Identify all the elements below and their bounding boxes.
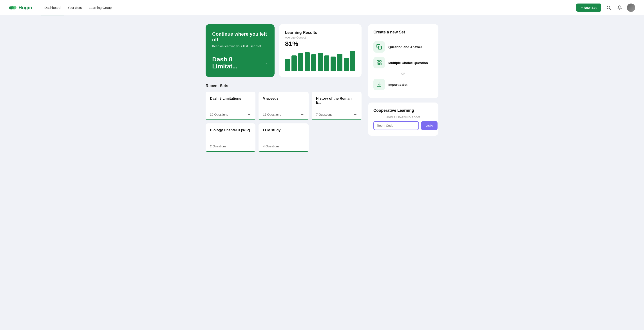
bar-item [324, 55, 330, 71]
nav-links: Dashboard Your Sets Learning Group [41, 0, 576, 16]
svg-line-4 [610, 9, 610, 10]
results-avg-label: Average Correct: [285, 36, 356, 39]
top-cards: Continue where you left off Keep on lear… [206, 24, 362, 77]
copy-icon [376, 44, 382, 50]
left-column: Continue where you left off Keep on lear… [206, 24, 362, 152]
sets-row-2: Biology Chapter 3 [WIP] 2 Questions → LL… [206, 123, 362, 152]
grid-icon [376, 60, 382, 66]
set-count-dash8: 39 Questions [210, 113, 228, 116]
join-row: Join [374, 121, 433, 130]
set-count-vspeeds: 17 Questions [263, 113, 281, 116]
coop-title: Cooperative Learning [374, 108, 433, 113]
logo[interactable]: Hugin [9, 5, 32, 11]
bar-chart [285, 51, 356, 71]
create-set-title: Create a new Set [374, 30, 433, 35]
nav-link-dashboard[interactable]: Dashboard [41, 0, 64, 16]
results-percentage: 81% [285, 40, 356, 48]
set-card-dash8[interactable]: Dash 8 Limitations 39 Questions → [206, 92, 256, 120]
bar-item [337, 54, 342, 71]
qa-option[interactable]: Question and Answer [374, 39, 433, 55]
svg-point-2 [10, 6, 12, 7]
set-title-vspeeds: V speeds [263, 97, 304, 101]
continue-subtitle: Keep on learning your last used Set [212, 44, 268, 48]
set-card-roman[interactable]: History of the Roman E... 7 Questions → [312, 92, 362, 120]
recent-sets-title: Recent Sets [206, 84, 362, 88]
or-divider: OR [374, 72, 433, 75]
search-icon [606, 5, 611, 10]
set-arrow-bio: → [247, 144, 251, 148]
bar-item [298, 53, 303, 71]
download-icon [376, 82, 382, 87]
bell-icon [617, 5, 622, 10]
bar-item [305, 52, 310, 71]
recent-sets-section: Recent Sets Dash 8 Limitations 39 Questi… [206, 84, 362, 152]
svg-rect-6 [377, 61, 379, 62]
set-card-llm[interactable]: LLM study 4 Questions → [258, 123, 308, 152]
avatar[interactable] [627, 4, 635, 12]
results-card: Learning Results Average Correct: 81% [279, 24, 362, 77]
qa-label: Question and Answer [388, 45, 422, 49]
right-column: Create a new Set Question and Answer [368, 24, 438, 152]
bar-item [344, 58, 349, 71]
bar-item [330, 57, 336, 71]
bar-item [350, 51, 356, 71]
set-title-llm: LLM study [263, 128, 304, 132]
new-set-button[interactable]: + New Set [576, 4, 602, 12]
search-button[interactable] [605, 4, 612, 12]
set-count-bio: 2 Questions [210, 144, 226, 148]
mcq-option[interactable]: Multiple Choice Question [374, 55, 433, 71]
svg-rect-9 [380, 63, 381, 65]
nav-link-your-sets[interactable]: Your Sets [64, 0, 86, 16]
bar-item [311, 54, 316, 71]
set-card-bio[interactable]: Biology Chapter 3 [WIP] 2 Questions → [206, 123, 256, 152]
set-title-dash8: Dash 8 Limitations [210, 97, 251, 101]
create-set-card: Create a new Set Question and Answer [368, 24, 438, 98]
logo-text: Hugin [18, 5, 32, 11]
set-title-bio: Biology Chapter 3 [WIP] [210, 128, 251, 132]
mcq-icon-container [374, 57, 385, 68]
continue-arrow: → [262, 60, 268, 66]
svg-point-3 [607, 6, 610, 9]
navbar: Hugin Dashboard Your Sets Learning Group… [0, 0, 644, 16]
set-card-vspeeds[interactable]: V speeds 17 Questions → [258, 92, 308, 120]
join-button[interactable]: Join [421, 121, 438, 130]
mcq-label: Multiple Choice Question [388, 61, 428, 65]
svg-rect-5 [378, 46, 382, 49]
set-arrow-roman: → [353, 112, 357, 117]
set-arrow-dash8: → [247, 112, 251, 117]
join-label: JOIN A LEARNING ROOM [374, 116, 433, 119]
svg-point-1 [12, 6, 16, 10]
nav-actions: + New Set [576, 4, 635, 12]
set-count-roman: 7 Questions [316, 113, 332, 116]
svg-rect-7 [380, 61, 381, 62]
set-arrow-llm: → [300, 144, 304, 148]
nav-link-learning-group[interactable]: Learning Group [85, 0, 115, 16]
bar-item [292, 55, 297, 71]
main-content: Continue where you left off Keep on lear… [201, 16, 443, 161]
import-label: Import a Set [388, 83, 408, 86]
room-code-input[interactable] [374, 121, 419, 130]
notifications-button[interactable] [616, 4, 623, 12]
import-icon-container [374, 79, 385, 90]
results-title: Learning Results [285, 30, 356, 35]
svg-rect-8 [377, 63, 379, 65]
bar-item [318, 53, 323, 71]
qa-icon-container [374, 41, 385, 53]
set-count-llm: 4 Questions [263, 144, 280, 148]
continue-title: Continue where you left off [212, 31, 268, 43]
bar-item [285, 59, 290, 71]
coop-card: Cooperative Learning JOIN A LEARNING ROO… [368, 102, 438, 136]
sets-row-1: Dash 8 Limitations 39 Questions → V spee… [206, 92, 362, 120]
set-title-roman: History of the Roman E... [316, 97, 357, 104]
import-option[interactable]: Import a Set [374, 77, 433, 92]
continue-set-name: Dash 8 Limitat... → [212, 56, 268, 70]
set-arrow-vspeeds: → [300, 112, 304, 117]
continue-card[interactable]: Continue where you left off Keep on lear… [206, 24, 274, 77]
